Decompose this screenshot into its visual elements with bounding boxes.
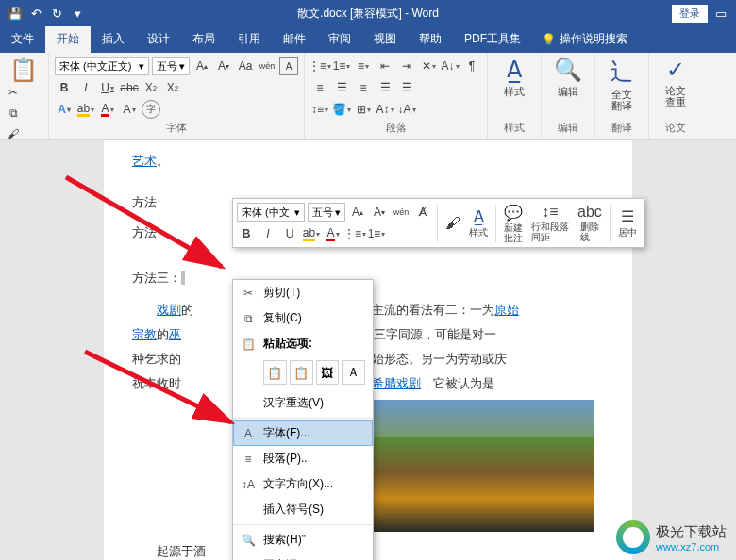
mini-underline-button[interactable]: U (280, 224, 299, 243)
tab-references[interactable]: 引用 (226, 25, 272, 53)
tab-design[interactable]: 设计 (136, 25, 181, 53)
mini-line-spacing-button[interactable]: ↕≡行和段落 间距 (528, 204, 572, 242)
underline-button[interactable]: U (98, 78, 117, 97)
mini-center-button[interactable]: ☰居中 (615, 207, 640, 239)
menu-search[interactable]: 🔍搜索(H)" (233, 527, 373, 552)
distribute-icon[interactable]: ☰ (397, 78, 416, 97)
login-button[interactable]: 登录 (672, 5, 708, 23)
justify-icon[interactable]: ☰ (376, 78, 394, 97)
align-center-icon[interactable]: ☰ (332, 78, 351, 97)
tab-pdf-tools[interactable]: PDF工具集 (453, 25, 532, 53)
styles-button[interactable]: A̲ 样式 (493, 57, 535, 99)
paste-merge-icon[interactable]: 📋 (290, 360, 313, 385)
mini-size-combo[interactable]: 五号▾ (308, 203, 345, 222)
change-case-icon[interactable]: Aa (236, 57, 255, 75)
undo-icon[interactable]: ↶ (28, 6, 43, 21)
link-art[interactable]: 艺术 (132, 154, 157, 168)
superscript-button[interactable]: X2 (163, 78, 182, 97)
tab-view[interactable]: 视图 (362, 25, 408, 53)
paste-keep-source-icon[interactable]: 📋 (263, 360, 287, 385)
mini-new-comment-button[interactable]: 💬新建 批注 (501, 204, 526, 243)
mini-bold-button[interactable]: B (237, 224, 256, 243)
grow-font-icon[interactable]: A▴ (192, 57, 211, 75)
char-shading-icon[interactable]: A (120, 100, 139, 119)
qat-customize-icon[interactable]: ▾ (70, 6, 85, 21)
link-drama[interactable]: 戏剧 (157, 303, 181, 317)
font-name-combo[interactable]: 宋体 (中文正文)▾ (55, 57, 149, 75)
redo-icon[interactable]: ↻ (49, 6, 64, 21)
link-wu[interactable]: 巫 (169, 327, 181, 341)
mini-highlight-icon[interactable]: ab (302, 224, 321, 243)
translate-button[interactable]: ⻌ 全文 翻译 (601, 57, 643, 111)
tab-mailings[interactable]: 邮件 (272, 25, 317, 53)
numbering-icon[interactable]: 1≡ (332, 57, 351, 75)
mini-italic-button[interactable]: I (259, 224, 277, 243)
decrease-indent-icon[interactable]: ⇤ (376, 57, 394, 75)
menu-hanzi-reselect[interactable]: 汉字重选(V) (233, 390, 373, 416)
menu-paragraph[interactable]: ≡段落(P)... (233, 446, 373, 471)
copy-icon[interactable]: ⧉ (4, 104, 23, 123)
mini-format-painter[interactable]: 🖌 (443, 215, 463, 232)
para-sort-icon[interactable]: ↓A (397, 100, 416, 119)
tab-home[interactable]: 开始 (45, 25, 91, 53)
edit-button[interactable]: 🔍 编辑 (547, 57, 589, 99)
ribbon-display-icon[interactable]: ▭ (713, 6, 728, 21)
menu-font[interactable]: A字体(F)... (233, 420, 373, 446)
tab-insert[interactable]: 插入 (91, 25, 136, 53)
text-effects-icon[interactable]: A (55, 100, 74, 119)
mini-numbering-icon[interactable]: 1≡ (367, 224, 386, 243)
shrink-font-icon[interactable]: A▾ (214, 57, 233, 75)
tab-layout[interactable]: 布局 (181, 25, 226, 53)
tab-review[interactable]: 审阅 (317, 25, 362, 53)
mini-font-combo[interactable]: 宋体 (中文▾ (237, 203, 305, 222)
mini-font-color-icon[interactable]: A (324, 224, 343, 243)
asian-layout-icon[interactable]: ✕ (419, 57, 438, 75)
paste-button[interactable]: 📋 (6, 57, 42, 83)
link-origin[interactable]: 原始 (494, 303, 519, 317)
snap-grid-icon[interactable]: A↕ (376, 100, 394, 119)
cut-icon[interactable]: ✂ (4, 83, 23, 102)
borders-icon[interactable]: ⊞ (354, 100, 373, 119)
tell-me-search[interactable]: 💡 操作说明搜索 (532, 25, 637, 53)
menu-cut[interactable]: ✂剪切(T) (233, 280, 373, 305)
font-color-icon[interactable]: A (98, 100, 117, 119)
bullets-icon[interactable]: ⋮≡ (310, 57, 329, 75)
tab-help[interactable]: 帮助 (408, 25, 453, 53)
char-border-icon[interactable]: A (279, 57, 298, 75)
align-right-icon[interactable]: ≡ (354, 78, 373, 97)
font-size-combo[interactable]: 五号▾ (152, 57, 190, 75)
increase-indent-icon[interactable]: ⇥ (397, 57, 416, 75)
subscript-button[interactable]: X2 (142, 78, 160, 97)
mini-shrink-font-icon[interactable]: A▾ (370, 203, 389, 222)
enclose-char-icon[interactable]: 字 (142, 100, 160, 119)
menu-copy[interactable]: ⧉复制(C) (233, 305, 373, 331)
shading-icon[interactable]: 🪣 (332, 100, 351, 119)
menu-synonym[interactable]: 同义词(Y)▶ (233, 552, 373, 560)
mini-grow-font-icon[interactable]: A▴ (348, 203, 367, 222)
menu-text-direction[interactable]: ↕A文字方向(X)... (233, 471, 373, 497)
mini-bullets-icon[interactable]: ⋮≡ (345, 224, 364, 243)
paste-text-only-icon[interactable]: Ａ (342, 360, 365, 385)
line-spacing-icon[interactable]: ↕≡ (310, 100, 329, 119)
multilevel-icon[interactable]: ≡ (354, 57, 373, 75)
bold-button[interactable]: B (55, 78, 74, 97)
tab-file[interactable]: 文件 (0, 25, 45, 53)
link-religion[interactable]: 宗教 (132, 327, 157, 341)
align-left-icon[interactable]: ≡ (310, 78, 329, 97)
highlight-icon[interactable]: ab (76, 100, 95, 119)
format-painter-icon: 🖌 (445, 215, 460, 232)
paragraph-group-label: 段落 (310, 119, 481, 135)
italic-button[interactable]: I (76, 78, 95, 97)
mini-clear-format-icon[interactable]: A̸ (413, 203, 432, 222)
paste-picture-icon[interactable]: 🖼 (316, 360, 340, 385)
strikethrough-button[interactable]: abc (120, 78, 139, 97)
check-button[interactable]: ✓ 论文 查重 (655, 57, 696, 107)
mini-strikethrough-button[interactable]: abc删除 线 (575, 204, 605, 242)
sort-icon[interactable]: A↓ (441, 57, 460, 75)
menu-insert-symbol[interactable]: 插入符号(S) (233, 497, 373, 522)
phonetic-guide-icon[interactable]: wén (258, 57, 276, 75)
save-icon[interactable]: 💾 (8, 6, 23, 21)
mini-phonetic-icon[interactable]: wén (392, 203, 410, 222)
mini-styles-button[interactable]: A̲样式 (466, 207, 491, 239)
show-marks-icon[interactable]: ¶ (462, 57, 481, 75)
